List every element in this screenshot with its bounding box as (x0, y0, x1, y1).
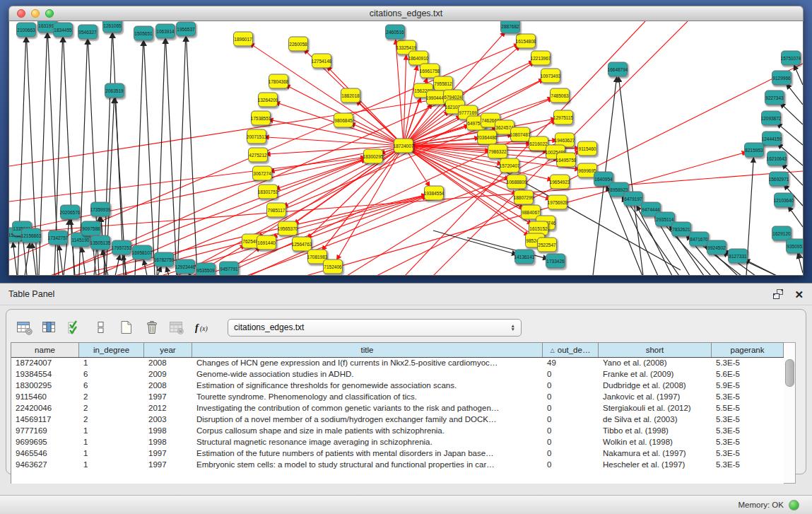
graph-node[interactable]: 9457791 (219, 262, 239, 276)
graph-node[interactable]: 1896017 (233, 32, 253, 47)
graph-node[interactable]: 17957253 (112, 240, 131, 255)
graph-node[interactable]: 1505651 (134, 26, 153, 41)
minimize-window-button[interactable] (31, 9, 40, 18)
graph-node[interactable]: 17342757 (48, 230, 68, 245)
graph-node[interactable]: 13505135 (90, 235, 110, 250)
graph-node[interactable]: 10688809 (507, 175, 526, 189)
graph-node[interactable]: 1834455 (53, 23, 73, 37)
graph-node[interactable]: 8471670 (689, 232, 709, 247)
graph-node[interactable]: 12103640 (774, 193, 794, 208)
graph-node[interactable]: 1261065 (102, 21, 122, 33)
close-window-button[interactable] (17, 9, 25, 18)
graph-node[interactable]: 18807299 (514, 190, 534, 205)
graph-node[interactable]: 9350951 (786, 239, 804, 254)
graph-node[interactable]: 19384554 (424, 186, 444, 201)
graph-node[interactable]: 1956537 (176, 22, 196, 37)
graph-node[interactable]: 9924502 (707, 240, 726, 255)
graph-node[interactable]: 20206576 (60, 205, 80, 220)
graph-node[interactable]: 6479197 (623, 192, 643, 206)
graph-node[interactable]: 15720407 (500, 158, 519, 173)
graph-node[interactable]: 9097588 (81, 221, 101, 236)
graph-node[interactable]: 9129966 (772, 71, 792, 86)
graph-node[interactable]: 9535509 (196, 263, 216, 276)
table-row[interactable]: 1872400712008Changes of HCN gene express… (11, 358, 784, 369)
table-row[interactable]: 977716911998Corpus callosum shape and si… (11, 426, 784, 437)
graph-node[interactable]: 2460516 (385, 25, 405, 40)
graph-node[interactable]: 2100663 (16, 23, 36, 37)
graph-node[interactable]: 2063519 (105, 83, 124, 98)
column-header-year[interactable]: year (144, 343, 192, 357)
graph-node[interactable]: 2522547 (537, 238, 557, 252)
graph-node[interactable]: 12444159 (762, 132, 782, 146)
graph-node[interactable]: 19565370 (278, 221, 298, 236)
float-panel-icon[interactable] (772, 288, 784, 300)
graph-node[interactable]: 18724007 (394, 139, 413, 153)
column-header-out_de[interactable]: △out_de… (543, 343, 599, 357)
graph-node[interactable]: 2260058 (288, 37, 308, 52)
graph-node[interactable]: 18300295 (363, 149, 383, 164)
graph-node[interactable]: 7955812 (433, 76, 453, 91)
graph-node[interactable]: 18301751 (258, 185, 278, 199)
graph-node[interactable]: 9546327 (78, 25, 98, 40)
graph-node[interactable]: 9227343 (765, 90, 784, 105)
graph-node[interactable]: 4275212 (248, 148, 268, 163)
delete-column-icon[interactable] (141, 317, 163, 337)
graph-node[interactable]: 12156863 (21, 228, 41, 243)
unselect-all-icon[interactable] (90, 317, 112, 337)
graph-node[interactable]: 12093872 (761, 111, 781, 126)
graph-node[interactable]: 12975115 (553, 110, 573, 125)
column-header-title[interactable]: title (192, 343, 543, 357)
table-scrollbar[interactable] (784, 342, 796, 484)
column-header-pagerank[interactable]: pagerank (712, 343, 784, 357)
graph-node[interactable]: 3067274 (252, 166, 272, 181)
graph-node[interactable]: 7985117 (266, 203, 286, 218)
create-column-icon[interactable] (116, 317, 137, 337)
graph-node[interactable]: 1882018 (341, 88, 360, 103)
graph-node[interactable]: 20071513 (247, 129, 266, 144)
graph-node[interactable]: 15692971 (769, 172, 789, 187)
graph-node[interactable]: 14136141 (514, 250, 534, 264)
table-row[interactable]: 969969511998Structural magnetic resonanc… (11, 437, 784, 448)
column-header-short[interactable]: short (599, 343, 712, 357)
graph-node[interactable]: 2887682 (500, 21, 520, 34)
graph-node[interactable]: 7152406 (323, 259, 343, 274)
graph-node[interactable]: 8215953 (744, 143, 764, 158)
graph-node[interactable]: 19756928 (548, 195, 567, 210)
table-row[interactable]: 946362711997Embryonic stem cells: a mode… (11, 460, 784, 471)
graph-node[interactable]: 16495758 (556, 153, 576, 168)
graph-node[interactable]: 1691440 (257, 235, 276, 250)
function-builder-icon[interactable]: f(x) (192, 317, 213, 337)
graph-node[interactable]: 19654923 (550, 175, 570, 189)
table-row[interactable]: 946554611997Estimation of the future num… (11, 448, 784, 460)
graph-node[interactable]: 12754148 (312, 54, 331, 69)
column-header-in_degree[interactable]: in_degree (79, 343, 144, 357)
graph-node[interactable]: 10973493 (541, 69, 560, 83)
graph-node[interactable]: 13264209 (258, 93, 278, 107)
table-mode-icon[interactable] (14, 317, 35, 337)
graph-node[interactable]: 1733426 (546, 254, 565, 269)
graph-node[interactable]: 12923446 (175, 259, 195, 274)
graph-node[interactable]: 16154808 (516, 34, 536, 49)
graph-node[interactable]: 7832621 (671, 222, 691, 237)
zoom-window-button[interactable] (45, 9, 54, 18)
graph-node[interactable]: 9115460 (577, 141, 597, 156)
show-columns-icon[interactable] (40, 317, 61, 337)
column-header-name[interactable]: name (11, 343, 79, 357)
graph-node[interactable]: 9806845 (334, 113, 353, 128)
select-all-icon[interactable] (65, 317, 86, 337)
table-row[interactable]: 2242004622012Investigating the contribut… (11, 403, 784, 414)
close-panel-icon[interactable]: ✕ (794, 289, 804, 300)
graph-node[interactable]: 7986322 (488, 144, 507, 159)
graph-node[interactable]: 17804368 (269, 74, 288, 89)
graph-node[interactable]: 17359939 (90, 202, 110, 217)
table-row[interactable]: 1938455462009Genome-wide association stu… (11, 369, 784, 380)
graph-node[interactable]: 12213967 (531, 51, 551, 66)
graph-node[interactable]: 1063914 (155, 24, 175, 39)
delete-table-icon[interactable] (167, 317, 188, 337)
graph-node[interactable]: 20364486 (477, 130, 497, 145)
network-canvas[interactable]: 1872400718300295193845542260058127541481… (8, 21, 804, 276)
graph-node[interactable]: 17538551 (251, 111, 271, 126)
graph-node[interactable]: 10807487 (510, 127, 530, 142)
table-row[interactable]: 911546021997Tourette syndrome. Phenomeno… (11, 392, 784, 403)
graph-node[interactable]: 16782759 (154, 252, 174, 267)
